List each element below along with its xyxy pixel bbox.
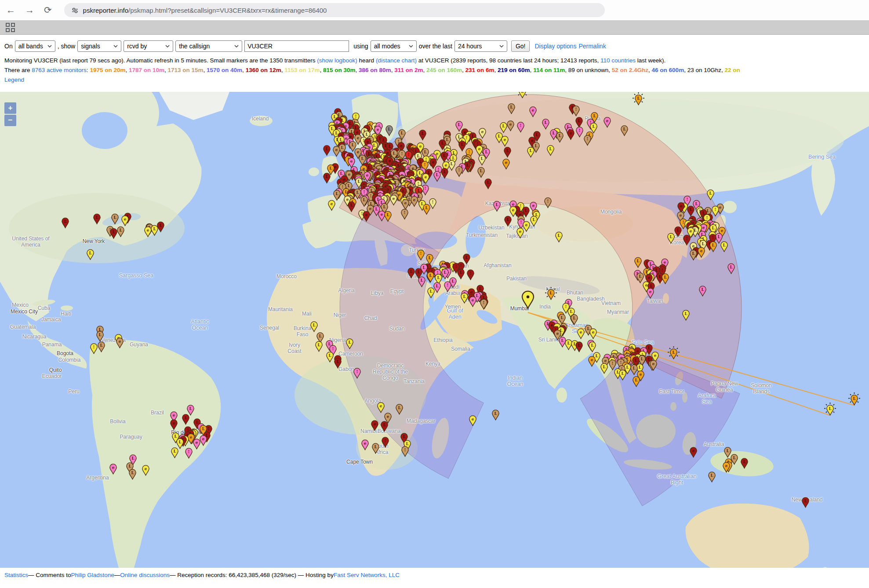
map-marker[interactable]: !	[399, 207, 411, 223]
map-marker[interactable]: L	[127, 467, 138, 483]
map-marker[interactable]: L	[59, 215, 71, 232]
map-marker[interactable]: L	[84, 247, 96, 264]
distance-chart-link[interactable]: (distance chart)	[376, 57, 417, 64]
map-marker[interactable]: e	[114, 335, 126, 352]
map-marker[interactable]: L	[665, 231, 677, 247]
go-button[interactable]: Go!	[511, 40, 530, 52]
band-select[interactable]: all bands	[15, 40, 55, 52]
map[interactable]: Bering SeaSargasso SeaAtlantic OceanIndi…	[0, 92, 869, 568]
map-marker[interactable]: L	[344, 336, 356, 353]
map-marker[interactable]: !	[351, 366, 363, 382]
callsign-input[interactable]	[244, 40, 349, 52]
entity-select[interactable]: the callsign	[175, 40, 242, 52]
map-marker[interactable]: e	[687, 445, 699, 461]
map-marker[interactable]: e	[500, 156, 512, 173]
map-marker[interactable]: L	[370, 441, 382, 457]
map-marker[interactable]: L	[505, 101, 517, 118]
map-marker[interactable]: e	[565, 127, 577, 144]
back-icon[interactable]: ←	[6, 5, 15, 15]
map-marker[interactable]: L	[169, 445, 181, 462]
active-sun-marker[interactable]: L	[824, 403, 836, 419]
timerange-select[interactable]: 24 hours	[454, 40, 507, 52]
map-marker[interactable]: e	[142, 224, 154, 241]
map-marker[interactable]: e	[107, 461, 119, 478]
active-sun-marker[interactable]: L	[633, 92, 644, 109]
map-marker[interactable]: L	[482, 176, 494, 193]
map-marker[interactable]: e	[601, 115, 613, 131]
map-marker[interactable]: L	[332, 356, 344, 372]
statistics-link[interactable]: Statistics	[4, 572, 28, 578]
address-bar[interactable]: pskreporter.info/pskmap.html?preset&call…	[64, 3, 605, 17]
map-marker[interactable]: !	[478, 297, 490, 313]
map-marker[interactable]: L	[697, 283, 709, 300]
map-marker[interactable]: L	[321, 171, 333, 187]
reload-icon[interactable]: ⟳	[44, 5, 52, 15]
active-sun-marker[interactable]: L	[545, 287, 557, 304]
map-marker[interactable]: e	[360, 209, 372, 225]
map-marker[interactable]: L	[659, 271, 671, 288]
map-marker[interactable]: L	[707, 239, 719, 256]
active-sun-marker[interactable]: L	[848, 392, 860, 409]
map-marker[interactable]: L	[313, 339, 325, 356]
mode-select[interactable]: all modes	[371, 40, 417, 52]
map-marker[interactable]: L	[618, 123, 630, 140]
map-marker[interactable]: L	[382, 209, 394, 225]
forward-icon[interactable]: →	[25, 5, 34, 15]
map-marker[interactable]: e	[514, 225, 526, 242]
map-marker[interactable]: !	[515, 120, 527, 136]
direction-select[interactable]: rcvd by	[124, 40, 173, 52]
map-marker[interactable]: !	[399, 444, 411, 461]
permalink-link[interactable]: Permalink	[578, 43, 606, 50]
active-monitors-link[interactable]: 8763 active monitors	[32, 67, 87, 73]
map-marker[interactable]: e	[140, 463, 152, 479]
site-info-icon[interactable]	[71, 7, 79, 14]
map-marker[interactable]: L	[91, 211, 103, 228]
map-marker[interactable]: L	[617, 367, 629, 384]
map-marker[interactable]: L	[725, 261, 737, 278]
map-marker[interactable]: L	[525, 145, 537, 161]
map-marker[interactable]: L	[573, 339, 585, 356]
map-marker[interactable]: e	[644, 286, 656, 302]
philip-gladstone-link[interactable]: Philip Gladstone	[71, 572, 114, 578]
map-marker[interactable]: L	[393, 402, 405, 418]
online-discussions-link[interactable]: Online discussions	[120, 572, 170, 578]
map-marker[interactable]: e	[647, 358, 659, 374]
zoom-in-button[interactable]: +	[4, 102, 16, 114]
map-marker[interactable]: !	[88, 341, 100, 358]
show-logbook-link[interactable]: (show logbook)	[317, 57, 357, 64]
map-marker[interactable]: L	[502, 214, 514, 230]
map-marker[interactable]: L	[490, 407, 502, 424]
map-marker[interactable]: L	[491, 199, 503, 215]
station-marker-vu3cer[interactable]	[518, 287, 538, 314]
map-marker[interactable]: L	[706, 469, 718, 486]
zoom-out-button[interactable]: −	[4, 115, 16, 126]
map-marker[interactable]: L	[687, 247, 699, 264]
map-marker[interactable]: L	[378, 419, 390, 436]
map-marker[interactable]: L	[345, 199, 357, 216]
map-marker[interactable]: !	[442, 279, 454, 296]
map-marker[interactable]: L	[680, 308, 692, 324]
map-marker[interactable]: e	[326, 198, 338, 214]
map-marker[interactable]: e	[527, 104, 539, 121]
map-marker[interactable]: e	[586, 354, 598, 370]
map-marker[interactable]: L	[718, 239, 730, 256]
display-options-link[interactable]: Display options	[534, 43, 576, 50]
apps-grid-icon[interactable]	[6, 23, 15, 32]
map-marker[interactable]: !	[453, 164, 465, 181]
map-marker[interactable]: L	[598, 361, 610, 377]
map-marker[interactable]: L	[425, 285, 437, 302]
fastserv-link[interactable]: Fast Serv Networks, LLC	[334, 572, 400, 578]
map-marker[interactable]: L	[431, 169, 443, 185]
map-marker[interactable]: e	[467, 413, 479, 430]
map-marker[interactable]: e	[720, 460, 732, 476]
map-marker[interactable]: L	[738, 456, 750, 472]
map-marker[interactable]: L	[545, 143, 556, 160]
legend-link[interactable]: Legend	[4, 76, 24, 83]
countries-link[interactable]: 110 countries	[600, 57, 636, 64]
map-marker[interactable]: !	[183, 446, 195, 462]
map-marker[interactable]: !	[465, 267, 476, 284]
signal-type-select[interactable]: signals	[77, 40, 121, 52]
active-sun-marker[interactable]: L	[516, 92, 528, 102]
map-marker[interactable]: L	[421, 202, 433, 218]
map-marker[interactable]: L	[800, 495, 811, 512]
